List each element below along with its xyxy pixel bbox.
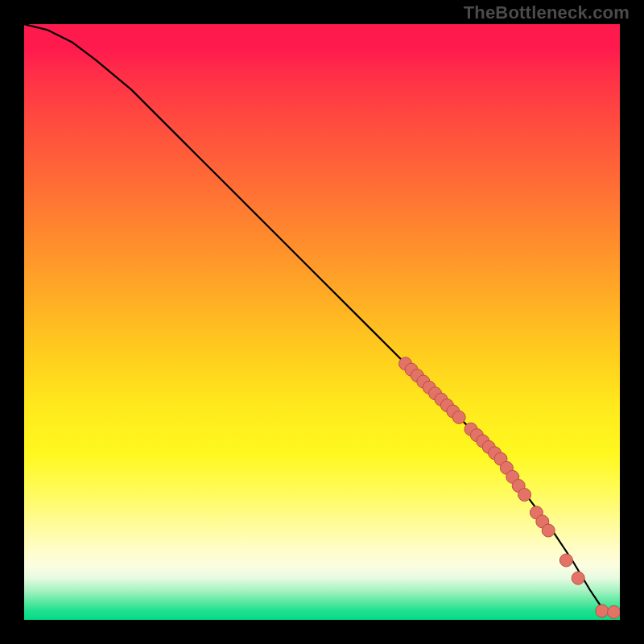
scatter-point	[518, 489, 531, 502]
scatter-point	[596, 605, 609, 617]
scatter-points	[399, 357, 620, 619]
chart-svg	[24, 24, 620, 620]
watermark-text: TheBottleneck.com	[464, 2, 630, 23]
scatter-point	[559, 554, 572, 567]
scatter-point	[542, 524, 555, 537]
scatter-point	[452, 411, 465, 423]
scatter-point	[608, 605, 620, 618]
scatter-point	[572, 572, 584, 584]
curve-line	[24, 24, 620, 613]
chart-frame: TheBottleneck.com	[0, 0, 644, 644]
